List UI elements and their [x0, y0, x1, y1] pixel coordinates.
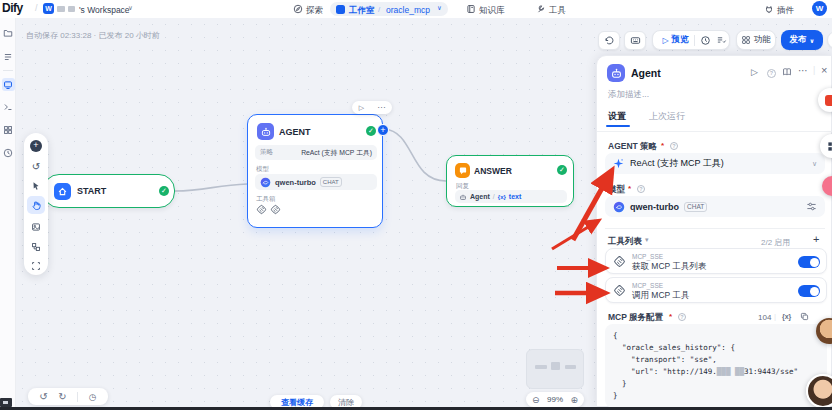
- redo-icon[interactable]: ↻: [58, 391, 66, 402]
- user-avatar[interactable]: W: [812, 1, 827, 16]
- tool-enabled-toggle[interactable]: [798, 256, 820, 268]
- code-line: }: [613, 378, 819, 390]
- tab-last-run[interactable]: 上次运行: [649, 110, 685, 123]
- zoom-level[interactable]: 99%: [547, 395, 563, 404]
- export-image-icon[interactable]: [29, 220, 43, 234]
- copy-icon[interactable]: [800, 312, 809, 321]
- version-history-icon[interactable]: ◷: [89, 392, 97, 402]
- sidebar-clock-icon[interactable]: [3, 148, 13, 158]
- node-more-icon[interactable]: ⋯: [377, 103, 385, 112]
- panel-run-icon[interactable]: ▷: [751, 67, 758, 77]
- tool-item[interactable]: MCP_SSE 获取 MCP 工具列表: [605, 248, 827, 274]
- strategy-info-icon[interactable]: ?: [670, 142, 678, 150]
- strategy-sparkle-icon: [613, 158, 624, 169]
- explore-icon: [293, 4, 303, 14]
- model-field[interactable]: qwen-turbo CHAT: [605, 196, 825, 217]
- node-answer[interactable]: ANSWER ✓ 回复 Agent / {x} text: [446, 155, 574, 207]
- strategy-field[interactable]: ReAct (支持 MCP 工具) ∨: [605, 153, 825, 174]
- answer-node-icon: [455, 163, 470, 178]
- add-node-icon[interactable]: +: [29, 139, 43, 153]
- model-params-icon[interactable]: [806, 201, 817, 212]
- qwen-model-icon: [613, 201, 625, 213]
- chevron-down-icon[interactable]: ∨: [128, 4, 133, 12]
- minimap[interactable]: [526, 349, 584, 389]
- undo-icon[interactable]: ↺: [39, 391, 47, 402]
- nav-knowledge[interactable]: 知识库: [479, 5, 505, 17]
- qwen-model-icon: [260, 177, 271, 188]
- restore-icon[interactable]: [598, 31, 620, 50]
- tidy-layout-icon[interactable]: [29, 240, 43, 254]
- tab-settings[interactable]: 设置: [608, 110, 626, 123]
- add-next-node-icon[interactable]: +: [377, 124, 389, 136]
- nav-plugins[interactable]: 插件: [777, 5, 794, 17]
- tools-label: 工具列表: [608, 236, 642, 248]
- fit-view-icon[interactable]: [29, 259, 43, 273]
- tool-item[interactable]: MCP_SSE 调用 MCP 工具: [605, 277, 827, 303]
- tools-caret-icon[interactable]: ▾: [645, 236, 649, 244]
- add-tool-icon[interactable]: +: [813, 233, 819, 245]
- variable-icon: {x}: [498, 194, 506, 200]
- sidebar-terminal-icon[interactable]: [3, 102, 13, 112]
- panel-title: Agent: [631, 67, 661, 79]
- red-app-icon: [825, 95, 832, 106]
- publish-button[interactable]: 发布 ∨: [781, 30, 823, 50]
- zoom-control: ⊖ 99% ⊕: [526, 392, 584, 407]
- tool-mini-icon: [270, 204, 281, 215]
- run-history-icon[interactable]: [700, 35, 711, 46]
- back-icon[interactable]: ↺: [29, 159, 43, 173]
- config-info-icon[interactable]: ?: [678, 313, 686, 321]
- active-tab-underline: [606, 125, 630, 127]
- strategy-value: ReAct (支持 MCP 工具): [630, 157, 724, 170]
- strategy-key: 策略: [260, 148, 273, 157]
- sidebar-grid-icon[interactable]: [3, 125, 13, 135]
- current-app-name[interactable]: oracle_mcp: [386, 5, 430, 15]
- dify-workflow-editor: Dify / W 's Workspace ∨ 探索 工作室 / oracle_…: [0, 0, 832, 410]
- preview-button[interactable]: 预览: [672, 34, 689, 46]
- tool-enabled-toggle[interactable]: [798, 285, 820, 297]
- workspace-badge[interactable]: W: [43, 3, 54, 14]
- workspace-name[interactable]: 's Workspace: [79, 5, 130, 15]
- studio-slash: /: [378, 5, 380, 14]
- mcp-config-editor[interactable]: { "oracle_sales_history": { "transport":…: [605, 324, 827, 408]
- nav-studio[interactable]: 工作室: [349, 5, 375, 17]
- model-info-icon[interactable]: ?: [637, 185, 645, 193]
- code-line: "oracle_sales_history": {: [613, 342, 819, 354]
- breadcrumb-slash: /: [35, 3, 38, 13]
- shortcuts-icon[interactable]: [624, 31, 646, 50]
- autosave-status: 自动保存 02:33:28 · 已发布 20 小时前: [26, 30, 160, 41]
- nav-tools[interactable]: 工具: [549, 5, 566, 17]
- sidebar-list-icon[interactable]: [3, 52, 13, 62]
- panel-info-icon[interactable]: ?: [767, 69, 776, 78]
- sidebar-folder-icon[interactable]: [3, 28, 13, 38]
- mcp-tool-icon: [613, 255, 626, 268]
- floating-avatar[interactable]: [806, 374, 832, 408]
- panel-close-icon[interactable]: ×: [821, 64, 827, 76]
- panel-docs-icon[interactable]: [782, 67, 792, 77]
- description-placeholder[interactable]: 添加描述...: [608, 89, 649, 101]
- chevron-down-icon[interactable]: ∨: [437, 4, 442, 12]
- checklist-icon[interactable]: [716, 35, 727, 46]
- model-mode-badge: CHAT: [684, 202, 707, 212]
- agent-node-icon: [257, 123, 274, 140]
- zoom-out-icon[interactable]: ⊖: [532, 395, 540, 405]
- panel-agent-icon: [607, 64, 625, 82]
- insert-variable-icon[interactable]: {x}: [782, 313, 791, 320]
- node-agent[interactable]: AGENT ✓ + 策略 ReAct (支持 MCP 工具) 模型 qwen-t…: [247, 114, 383, 228]
- zoom-in-icon[interactable]: ⊕: [570, 395, 578, 405]
- panel-more-icon[interactable]: ⋯: [798, 65, 808, 76]
- agent-success-icon: ✓: [366, 126, 376, 136]
- sidebar-apps-icon[interactable]: [3, 80, 13, 90]
- preview-play-icon[interactable]: ▷: [662, 36, 668, 45]
- hand-mode-icon[interactable]: [29, 198, 43, 212]
- answer-node-title: ANSWER: [474, 166, 512, 176]
- features-button[interactable]: 功能: [736, 30, 776, 50]
- run-node-icon[interactable]: ▷: [359, 104, 364, 112]
- group-divider: [694, 35, 695, 46]
- nav-explore[interactable]: 探索: [306, 5, 323, 17]
- tabs-divider: [597, 131, 832, 132]
- pointer-mode-icon[interactable]: [29, 179, 43, 193]
- redacted-workspace-name: [68, 6, 75, 12]
- node-start[interactable]: START ✓: [43, 174, 175, 208]
- tool-mini-icon: [256, 204, 267, 215]
- canvas-control-bar: + ↺: [24, 133, 48, 275]
